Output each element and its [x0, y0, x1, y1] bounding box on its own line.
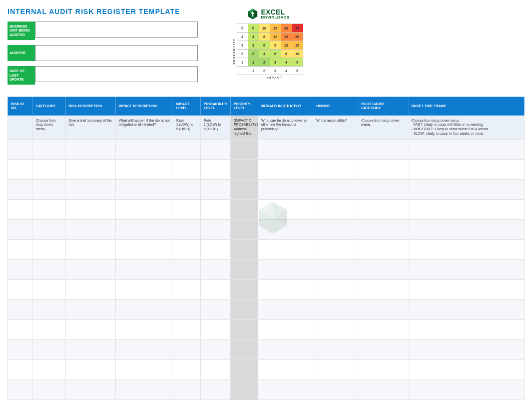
register-data-cell[interactable]	[358, 219, 408, 239]
register-data-cell[interactable]	[258, 279, 313, 299]
register-data-cell[interactable]	[313, 359, 358, 379]
register-data-cell[interactable]	[258, 339, 313, 359]
register-data-cell[interactable]	[173, 139, 201, 159]
register-data-cell[interactable]	[33, 219, 66, 239]
register-data-cell[interactable]	[358, 359, 408, 379]
register-data-cell[interactable]	[33, 359, 66, 379]
register-data-cell[interactable]	[8, 379, 33, 399]
register-data-cell[interactable]	[313, 199, 358, 219]
register-data-cell[interactable]	[408, 139, 524, 159]
register-data-cell[interactable]	[231, 339, 258, 359]
register-data-cell[interactable]	[313, 239, 358, 259]
register-data-cell[interactable]	[408, 199, 524, 219]
register-data-cell[interactable]	[116, 339, 173, 359]
register-data-cell[interactable]	[173, 239, 201, 259]
register-data-cell[interactable]	[358, 259, 408, 279]
register-data-cell[interactable]	[33, 379, 66, 399]
date-last-update-input[interactable]	[35, 66, 198, 82]
register-data-cell[interactable]	[408, 279, 524, 299]
register-data-cell[interactable]	[116, 319, 173, 339]
register-data-cell[interactable]	[66, 159, 116, 179]
register-data-cell[interactable]	[8, 319, 33, 339]
register-data-cell[interactable]	[231, 379, 258, 399]
register-data-cell[interactable]	[66, 359, 116, 379]
register-data-cell[interactable]	[173, 179, 201, 199]
register-data-cell[interactable]	[313, 379, 358, 399]
register-data-cell[interactable]	[201, 199, 231, 219]
register-data-cell[interactable]	[173, 219, 201, 239]
register-data-cell[interactable]	[66, 199, 116, 219]
register-data-cell[interactable]	[313, 219, 358, 239]
register-data-cell[interactable]	[408, 259, 524, 279]
register-data-cell[interactable]	[313, 139, 358, 159]
register-data-cell[interactable]	[231, 299, 258, 319]
register-data-cell[interactable]	[201, 359, 231, 379]
register-data-cell[interactable]	[33, 159, 66, 179]
register-data-cell[interactable]	[201, 279, 231, 299]
register-data-cell[interactable]	[33, 279, 66, 299]
register-data-cell[interactable]	[358, 319, 408, 339]
register-data-cell[interactable]	[8, 359, 33, 379]
register-data-cell[interactable]	[408, 299, 524, 319]
register-data-cell[interactable]	[258, 239, 313, 259]
register-data-cell[interactable]	[66, 379, 116, 399]
register-data-cell[interactable]	[358, 279, 408, 299]
register-data-cell[interactable]	[201, 339, 231, 359]
register-data-cell[interactable]	[358, 199, 408, 219]
register-data-cell[interactable]	[258, 379, 313, 399]
register-data-cell[interactable]	[258, 219, 313, 239]
register-data-cell[interactable]	[231, 159, 258, 179]
register-data-cell[interactable]	[408, 219, 524, 239]
register-data-cell[interactable]	[201, 179, 231, 199]
register-data-cell[interactable]	[8, 279, 33, 299]
register-data-cell[interactable]	[8, 179, 33, 199]
register-data-cell[interactable]	[231, 279, 258, 299]
register-data-cell[interactable]	[258, 199, 313, 219]
register-data-cell[interactable]	[8, 259, 33, 279]
register-data-cell[interactable]	[408, 179, 524, 199]
register-data-cell[interactable]	[173, 259, 201, 279]
register-data-cell[interactable]	[66, 339, 116, 359]
register-data-cell[interactable]	[116, 139, 173, 159]
register-data-cell[interactable]	[173, 379, 201, 399]
register-data-cell[interactable]	[66, 179, 116, 199]
register-data-cell[interactable]	[358, 299, 408, 319]
register-data-cell[interactable]	[408, 359, 524, 379]
register-data-cell[interactable]	[116, 299, 173, 319]
register-data-cell[interactable]	[313, 319, 358, 339]
register-data-cell[interactable]	[173, 159, 201, 179]
register-data-cell[interactable]	[258, 359, 313, 379]
register-data-cell[interactable]	[173, 359, 201, 379]
register-data-cell[interactable]	[66, 259, 116, 279]
register-data-cell[interactable]	[33, 199, 66, 219]
register-data-cell[interactable]	[116, 379, 173, 399]
register-data-cell[interactable]	[173, 339, 201, 359]
register-data-cell[interactable]	[313, 259, 358, 279]
business-unit-input[interactable]	[35, 22, 198, 38]
register-data-cell[interactable]	[173, 199, 201, 219]
register-data-cell[interactable]	[201, 139, 231, 159]
register-data-cell[interactable]	[408, 159, 524, 179]
register-data-cell[interactable]	[231, 139, 258, 159]
register-data-cell[interactable]	[8, 239, 33, 259]
register-data-cell[interactable]	[173, 279, 201, 299]
register-data-cell[interactable]	[358, 379, 408, 399]
register-data-cell[interactable]	[8, 139, 33, 159]
register-data-cell[interactable]	[358, 179, 408, 199]
register-data-cell[interactable]	[116, 259, 173, 279]
register-data-cell[interactable]	[173, 319, 201, 339]
register-data-cell[interactable]	[8, 159, 33, 179]
register-data-cell[interactable]	[66, 279, 116, 299]
register-data-cell[interactable]	[116, 159, 173, 179]
register-data-cell[interactable]	[116, 199, 173, 219]
register-data-cell[interactable]	[173, 299, 201, 319]
register-data-cell[interactable]	[201, 259, 231, 279]
register-data-cell[interactable]	[8, 219, 33, 239]
register-data-cell[interactable]	[8, 199, 33, 219]
register-data-cell[interactable]	[358, 339, 408, 359]
register-data-cell[interactable]	[201, 159, 231, 179]
register-data-cell[interactable]	[231, 239, 258, 259]
register-data-cell[interactable]	[313, 279, 358, 299]
register-data-cell[interactable]	[358, 239, 408, 259]
register-data-cell[interactable]	[66, 219, 116, 239]
